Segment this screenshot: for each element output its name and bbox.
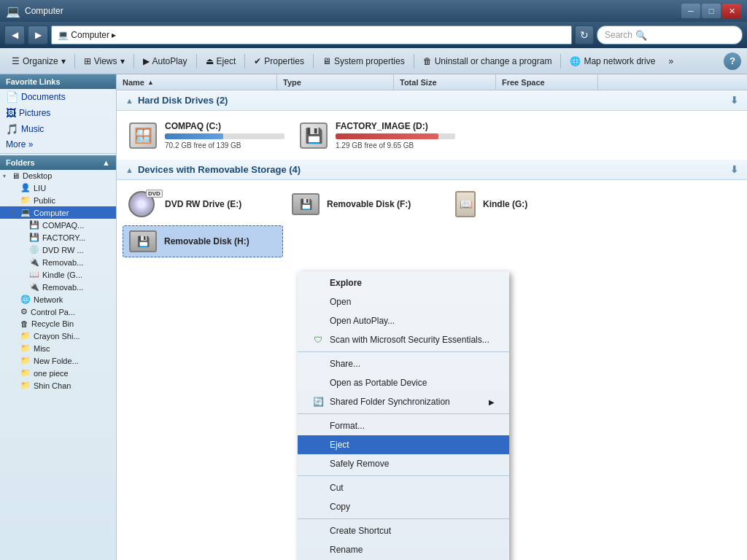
cut-icon xyxy=(312,482,324,494)
properties-button[interactable]: ✔ Properties xyxy=(248,51,310,71)
sidebar-item-music[interactable]: 🎵 Music xyxy=(0,121,116,137)
hdd-icon: 🪟 xyxy=(129,122,157,149)
desktop-icon: 🖥 xyxy=(12,171,20,180)
tree-item-removable-f[interactable]: 🔌 Removab... xyxy=(0,256,116,268)
recyclebin-icon: 🗑 xyxy=(20,319,28,328)
more-button[interactable]: » xyxy=(662,51,679,71)
tree-item-shinchan[interactable]: 📁 Shin Chan xyxy=(0,379,116,392)
tree-item-dvdrw[interactable]: 💿 DVD RW ... xyxy=(0,244,116,256)
pictures-icon: 🖼 xyxy=(6,107,16,119)
eject-button[interactable]: ⏏ Eject xyxy=(200,51,242,71)
toolbar-separator-2 xyxy=(133,54,134,69)
ctx-sep-1 xyxy=(298,351,509,352)
folders-header[interactable]: Folders ▲ xyxy=(0,155,116,170)
tree-item-removable-h[interactable]: 🔌 Removab... xyxy=(0,281,116,293)
hard-disk-expand-icon[interactable]: ⬇ xyxy=(730,95,738,106)
tree-item-controlpanel[interactable]: ⚙ Control Pa... xyxy=(0,306,116,318)
back-button[interactable]: ◀ xyxy=(4,26,25,44)
views-icon: ⊞ xyxy=(84,56,91,66)
tree-item-recyclebin[interactable]: 🗑 Recycle Bin xyxy=(0,318,116,330)
col-header-free-space[interactable]: Free Space xyxy=(496,74,598,90)
tree-item-misc[interactable]: 📁 Misc xyxy=(0,342,116,354)
sidebar-item-documents[interactable]: 📄 Documents xyxy=(0,89,116,105)
autoplay-button[interactable]: ▶ AutoPlay xyxy=(137,51,193,71)
ctx-eject[interactable]: Eject xyxy=(298,435,509,454)
ctx-open[interactable]: Open xyxy=(298,292,509,311)
toolbar-separator-3 xyxy=(196,54,197,69)
expand-arrow: ▾ xyxy=(3,173,10,179)
liu-icon: 👤 xyxy=(20,183,31,192)
window-icon: 💻 xyxy=(6,4,20,18)
removable-item-kindle[interactable]: 📖 Kindle (G:) xyxy=(449,186,610,222)
tree-item-factory[interactable]: 💾 FACTORY... xyxy=(0,231,116,244)
compaq-drive-bar-bg xyxy=(165,133,285,139)
tree-item-public[interactable]: 📁 Public xyxy=(0,194,116,206)
ctx-scan[interactable]: 🛡 Scan with Microsoft Security Essential… xyxy=(298,330,509,349)
uninstall-button[interactable]: 🗑 Uninstall or change a program xyxy=(417,51,558,71)
removable-collapse-icon[interactable]: ▲ xyxy=(125,166,133,174)
dvd-icon-wrap: DVD xyxy=(128,190,158,218)
ctx-share[interactable]: Share... xyxy=(298,354,509,373)
col-header-name[interactable]: Name ▲ xyxy=(117,74,277,90)
ctx-rename[interactable]: Rename xyxy=(298,540,509,559)
organize-icon: ☰ xyxy=(12,56,20,66)
system-properties-button[interactable]: 🖥 System properties xyxy=(317,51,411,71)
kindle-device-icon: 📖 xyxy=(455,191,476,217)
address-box[interactable]: 💻 Computer ▸ xyxy=(51,26,572,44)
removable-f-name: Removable Disk (F:) xyxy=(327,199,441,209)
tree-item-kindle[interactable]: 📖 Kindle (G... xyxy=(0,268,116,281)
tree-item-onepiece[interactable]: 📁 one piece xyxy=(0,367,116,379)
tree-item-computer[interactable]: ▾ 💻 Computer xyxy=(0,206,116,219)
views-button[interactable]: ⊞ Views ▾ xyxy=(78,51,131,71)
onepiece-icon: 📁 xyxy=(20,368,31,378)
help-button[interactable]: ? xyxy=(724,52,741,70)
tree-item-compaq[interactable]: 💾 COMPAQ... xyxy=(0,219,116,231)
organize-dropdown-icon: ▾ xyxy=(61,56,66,66)
minimize-button[interactable]: ─ xyxy=(681,4,700,18)
misc-icon: 📁 xyxy=(20,343,31,353)
ctx-portable[interactable]: Open as Portable Device xyxy=(298,373,509,392)
compaq-drive-name: COMPAQ (C:) xyxy=(165,121,285,131)
main-layout: Favorite Links 📄 Documents 🖼 Pictures 🎵 … xyxy=(0,74,747,560)
forward-button[interactable]: ▶ xyxy=(28,26,48,44)
ctx-format[interactable]: Format... xyxy=(298,416,509,435)
map-network-button[interactable]: 🌐 Map network drive xyxy=(564,51,661,71)
col-header-type[interactable]: Type xyxy=(277,74,394,90)
sidebar-item-pictures[interactable]: 🖼 Pictures xyxy=(0,105,116,121)
factory-icon: 💾 xyxy=(29,233,39,242)
removable-expand-icon[interactable]: ⬇ xyxy=(730,164,738,175)
search-box[interactable]: Search 🔍 xyxy=(597,26,743,44)
tree-item-liu[interactable]: 👤 LIU xyxy=(0,182,116,194)
ctx-cut[interactable]: Cut xyxy=(298,478,509,497)
refresh-button[interactable]: ↻ xyxy=(575,26,594,44)
drive-item-compaq[interactable]: 🪟 COMPAQ (C:) 70.2 GB free of 139 GB xyxy=(123,117,290,154)
removable-item-f[interactable]: 💾 Removable Disk (F:) xyxy=(286,186,446,222)
tree-item-desktop[interactable]: ▾ 🖥 Desktop xyxy=(0,170,116,182)
ctx-safely-remove[interactable]: Safely Remove xyxy=(298,454,509,473)
ctx-shared-folder[interactable]: 🔄 Shared Folder Synchronization ▶ xyxy=(298,392,509,411)
address-text: Computer xyxy=(71,30,109,40)
ctx-copy[interactable]: Copy xyxy=(298,497,509,516)
sidebar-item-more[interactable]: More » xyxy=(0,137,116,152)
documents-icon: 📄 xyxy=(6,91,18,103)
tree-item-network[interactable]: 🌐 Network xyxy=(0,293,116,306)
column-headers: Name ▲ Type Total Size Free Space xyxy=(117,74,747,90)
close-button[interactable]: ✕ xyxy=(722,4,741,18)
ctx-explore[interactable]: Explore xyxy=(298,273,509,292)
organize-button[interactable]: ☰ Organize ▾ xyxy=(6,51,71,71)
drive-item-factory[interactable]: 💾 FACTORY_IMAGE (D:) 1.29 GB free of 9.6… xyxy=(293,117,461,154)
maximize-button[interactable]: □ xyxy=(702,4,721,18)
sort-arrow: ▲ xyxy=(147,79,154,86)
format-icon xyxy=(312,420,324,432)
removable-item-dvd[interactable]: DVD DVD RW Drive (E:) xyxy=(123,186,283,222)
factory-drive-info: FACTORY_IMAGE (D:) 1.29 GB free of 9.65 … xyxy=(336,121,455,149)
tree-item-newfolder[interactable]: 📁 New Folde... xyxy=(0,354,116,367)
dvd-drive-name: DVD RW Drive (E:) xyxy=(165,199,277,209)
ctx-open-autoplay[interactable]: Open AutoPlay... xyxy=(298,311,509,330)
tree-item-crayon[interactable]: 📁 Crayon Shi... xyxy=(0,330,116,342)
col-header-total-size[interactable]: Total Size xyxy=(394,74,496,90)
hard-disk-collapse-icon[interactable]: ▲ xyxy=(125,96,133,105)
removable-item-h[interactable]: 💾 Removable Disk (H:) xyxy=(123,225,283,257)
toolbar: ☰ Organize ▾ ⊞ Views ▾ ▶ AutoPlay ⏏ Ejec… xyxy=(0,48,747,74)
ctx-create-shortcut[interactable]: Create Shortcut xyxy=(298,521,509,540)
